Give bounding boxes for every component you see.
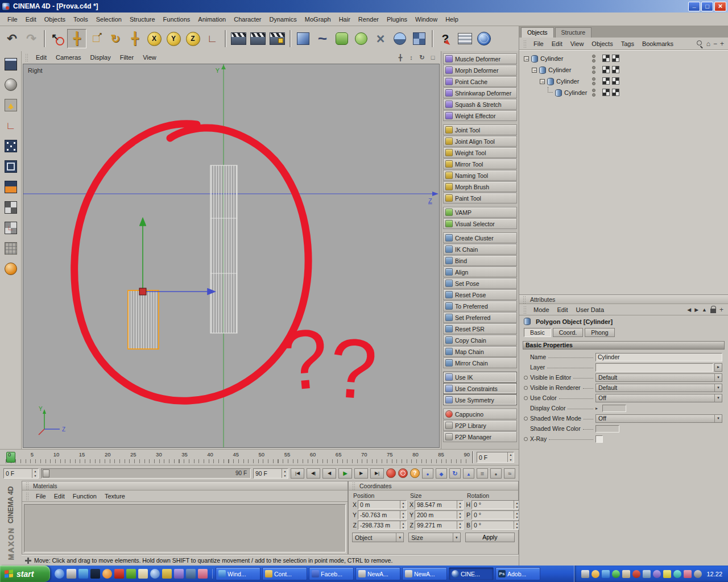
expander-icon[interactable]	[540, 79, 545, 84]
add-spline-button[interactable]	[313, 29, 332, 48]
materials-menu-texture[interactable]: Texture	[101, 491, 129, 501]
active-tool-button[interactable]	[125, 29, 144, 48]
tool-shrinkwrap-deformer[interactable]: Shrinkwrap Deformer	[443, 88, 517, 98]
spinner-icon[interactable]	[400, 511, 406, 519]
viewport-menu-display[interactable]: Display	[86, 52, 115, 63]
live-selection-button[interactable]	[48, 29, 67, 48]
maximize-button[interactable]	[701, 2, 713, 11]
nav-forward-icon[interactable]	[694, 307, 698, 313]
menu-tools[interactable]: Tools	[69, 14, 92, 24]
display-color-swatch[interactable]	[602, 405, 626, 412]
xray-checkbox[interactable]	[595, 435, 603, 443]
range-slider[interactable]: 90 F	[41, 468, 251, 479]
materials-list-area[interactable]	[24, 504, 346, 552]
position-x-field[interactable]: 0 m	[358, 500, 407, 509]
om-menu-file[interactable]: File	[530, 39, 548, 49]
object-label[interactable]: Cylinder	[564, 89, 587, 96]
coordinate-system-button[interactable]	[202, 29, 222, 48]
key-position-button[interactable]	[422, 468, 433, 479]
texture-tag-icon[interactable]	[612, 55, 619, 62]
expander-icon[interactable]	[524, 56, 529, 61]
tool-weight-tool[interactable]: Weight Tool	[443, 147, 517, 158]
tool-mirror-tool[interactable]: Mirror Tool	[443, 159, 517, 169]
om-menu-bookmarks[interactable]: Bookmarks	[638, 39, 677, 49]
layer-field[interactable]	[595, 363, 713, 372]
quicklaunch-icon[interactable]	[150, 569, 160, 579]
rotate-button[interactable]	[106, 29, 125, 48]
shaded-wire-color-swatch[interactable]	[595, 425, 619, 433]
rotate-view-icon[interactable]	[417, 53, 427, 62]
dolly-view-icon[interactable]	[407, 53, 416, 62]
prev-key-button[interactable]	[307, 468, 320, 479]
tool-cappucino[interactable]: Cappucino	[443, 409, 517, 419]
size-z-field[interactable]: 99.271 m	[415, 521, 464, 530]
content-browser-button[interactable]	[474, 29, 494, 48]
viewport-menu-cameras[interactable]: Cameras	[51, 52, 86, 63]
texture-tag-icon[interactable]	[602, 66, 610, 73]
visibility-dots-icon[interactable]	[592, 66, 595, 74]
texture-mode-button[interactable]	[2, 199, 19, 216]
tray-icon[interactable]	[673, 570, 681, 578]
menu-plugins[interactable]: Plugins	[383, 14, 411, 24]
rotation-p-field[interactable]: 0 °	[471, 510, 520, 519]
render-view-button[interactable]	[229, 29, 248, 48]
tool-reset-pose[interactable]: Reset Pose	[443, 289, 517, 300]
cylinder-wireframe[interactable]	[210, 165, 237, 333]
tray-icon[interactable]	[694, 570, 702, 578]
task-cinema4d[interactable]: CINE...	[449, 567, 494, 580]
add-primitive-button[interactable]	[293, 29, 313, 48]
tool-joint-align-tool[interactable]: Joint Align Tool	[443, 136, 517, 147]
edges-mode-button[interactable]	[2, 158, 19, 175]
menu-structure[interactable]: Structure	[126, 14, 159, 24]
menu-selection[interactable]: Selection	[92, 14, 126, 24]
viewport-render-button[interactable]	[2, 260, 19, 277]
make-editable-button[interactable]	[2, 97, 19, 114]
toggle-use-ik[interactable]: Use IK	[443, 372, 517, 383]
record-options-button[interactable]	[410, 468, 420, 478]
tray-icon[interactable]	[643, 570, 651, 578]
texture-tag-icon[interactable]	[602, 55, 610, 62]
visibility-dots-icon[interactable]	[592, 89, 595, 97]
quicklaunch-icon[interactable]	[55, 569, 64, 579]
autokey-button[interactable]	[398, 468, 408, 478]
lock-y-button[interactable]: Y	[164, 29, 183, 48]
workplane-mode-button[interactable]	[2, 240, 19, 257]
tool-align[interactable]: Align	[443, 267, 517, 277]
visible-renderer-dropdown[interactable]: Default	[595, 384, 722, 392]
move-button[interactable]	[67, 29, 86, 48]
quicklaunch-icon[interactable]	[198, 569, 208, 579]
menu-dynamics[interactable]: Dynamics	[266, 14, 301, 24]
name-field[interactable]: Cylinder	[595, 353, 722, 361]
tab-objects[interactable]: Objects	[521, 27, 554, 38]
texture-tag-icon[interactable]	[612, 77, 619, 85]
close-button[interactable]	[714, 2, 726, 11]
menu-edit[interactable]: Edit	[22, 14, 40, 24]
tool-weight-effector[interactable]: Weight Effector	[443, 110, 517, 121]
size-y-field[interactable]: 200 m	[415, 510, 464, 519]
key-dot-icon[interactable]	[524, 396, 528, 400]
spinner-icon[interactable]	[457, 511, 463, 519]
polygons-mode-button[interactable]	[2, 178, 19, 196]
quicklaunch-icon[interactable]	[90, 569, 100, 579]
tool-bind[interactable]: Bind	[443, 255, 517, 266]
rotation-h-field[interactable]: 0 °	[471, 500, 520, 509]
tab-phong[interactable]: Phong	[585, 328, 614, 337]
range-end-field[interactable]: 90 F	[253, 468, 288, 479]
timeline-ruler[interactable]: 0 5 10 15 20 25 30 35 40 45 50 55 60 65 …	[0, 450, 519, 465]
add-particles-button[interactable]	[371, 29, 390, 48]
play-button[interactable]	[338, 468, 352, 479]
size-dropdown[interactable]: Size	[408, 533, 460, 542]
lock-x-button[interactable]: X	[144, 29, 164, 48]
texture-axis-mode-button[interactable]	[2, 219, 19, 236]
prev-frame-button[interactable]	[322, 468, 336, 479]
position-y-field[interactable]: -50.763 m	[358, 510, 407, 519]
add-workplane-button[interactable]	[410, 29, 429, 48]
tool-set-pose[interactable]: Set Pose	[443, 278, 517, 289]
tool-map-chain[interactable]: Map Chain	[443, 346, 517, 357]
render-active-button[interactable]	[248, 29, 267, 48]
tray-icon[interactable]	[663, 570, 671, 578]
quicklaunch-icon[interactable]	[67, 569, 76, 579]
record-button[interactable]	[386, 468, 396, 478]
tray-icon[interactable]	[622, 570, 630, 578]
toggle-use-constraints[interactable]: Use Constraints	[443, 383, 517, 394]
